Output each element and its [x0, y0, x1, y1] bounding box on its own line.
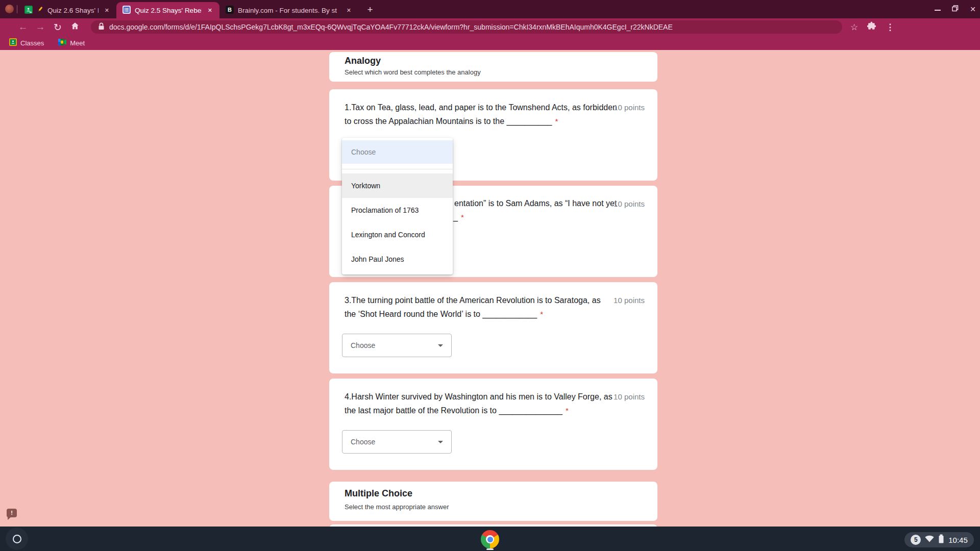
choose-dropdown-q3[interactable]: Choose: [342, 334, 452, 357]
points-label: 10 points: [614, 296, 645, 305]
close-tab-icon[interactable]: ✕: [345, 6, 353, 15]
wifi-icon: [925, 535, 934, 544]
new-tab-button[interactable]: +: [363, 3, 377, 16]
chevron-down-icon: [438, 344, 443, 347]
question-text: to cross the Appalachian Mountains is to…: [345, 114, 558, 128]
chevron-down-icon: [438, 441, 443, 443]
address-bar[interactable]: docs.google.com/forms/d/e/1FAIpQLSchsPGe…: [91, 20, 842, 34]
section-title: Multiple Choice: [345, 488, 412, 499]
window-controls: ✕: [935, 0, 976, 18]
choose-dropdown-q4[interactable]: Choose: [342, 430, 452, 454]
section-subtitle: Select which word best completes the ana…: [345, 68, 481, 76]
dropdown-option[interactable]: Proclamation of 1763: [342, 198, 453, 222]
tab-title: Quiz 2.5 Shays' Rebellion: [135, 7, 202, 14]
feedback-bubble-icon[interactable]: !: [7, 509, 17, 517]
points-label: 10 points: [614, 103, 645, 112]
browser-menu-icon[interactable]: ⋮: [886, 22, 894, 33]
question-text: 4.Harsh Winter survived by Washington an…: [345, 390, 612, 404]
required-asterisk: *: [562, 406, 569, 415]
tab-title: Brainly.com - For students. By st: [238, 7, 340, 14]
restore-icon[interactable]: [952, 5, 959, 14]
bookmark-classes[interactable]: Classes: [9, 38, 44, 47]
forward-icon[interactable]: →: [32, 21, 49, 33]
section-header-multiple-choice: Multiple Choice Select the most appropri…: [329, 482, 657, 521]
open-dropdown-menu: Choose Yorktown Proclamation of 1763 Lex…: [342, 138, 453, 274]
shelf: 5 10:45: [0, 527, 980, 551]
close-tab-icon[interactable]: ✕: [206, 6, 214, 15]
dropdown-option[interactable]: John Paul Jones: [342, 247, 453, 271]
clock: 10:45: [948, 536, 968, 544]
section-title: Analogy: [345, 56, 381, 66]
tab-brainly[interactable]: B Brainly.com - For students. By st ✕: [219, 2, 358, 18]
toolbar-actions: ☆ ⋮: [850, 21, 894, 33]
home-icon[interactable]: [66, 21, 84, 34]
tab-quiz-2-6[interactable]: Quiz 2.6 Shays' Rebellion ✕: [18, 2, 116, 18]
launcher-button[interactable]: [6, 528, 28, 550]
tab-quiz-2-5-active[interactable]: Quiz 2.5 Shays' Rebellion ✕: [116, 2, 219, 18]
bookmark-star-icon[interactable]: ☆: [850, 22, 858, 33]
minimize-icon[interactable]: [935, 10, 941, 11]
bookmark-meet[interactable]: Meet: [58, 39, 85, 47]
question-text: 1.Tax on Tea, glass, lead, and paper is …: [345, 101, 617, 114]
bookmark-label: Classes: [20, 39, 44, 47]
reload-icon[interactable]: ↻: [49, 21, 66, 33]
close-tab-icon[interactable]: ✕: [103, 6, 111, 15]
question-4-card: 4.Harsh Winter survived by Washington an…: [329, 379, 657, 470]
question-text: the last major battle of the Revolution …: [345, 404, 569, 417]
dropdown-option[interactable]: Yorktown: [342, 173, 453, 198]
points-label: 10 points: [614, 392, 645, 401]
browser-toolbar: ← → ↻ docs.google.com/forms/d/e/1FAIpQLS…: [0, 18, 980, 36]
status-tray[interactable]: 5 10:45: [904, 532, 974, 547]
close-window-icon[interactable]: ✕: [970, 5, 976, 13]
extensions-icon[interactable]: [867, 21, 876, 33]
battery-icon: [938, 534, 944, 545]
classroom-icon: [9, 38, 17, 47]
required-asterisk: *: [537, 310, 543, 318]
dropdown-divider: [342, 169, 453, 169]
svg-text:B: B: [228, 7, 232, 13]
tab-strip: Quiz 2.6 Shays' Rebellion ✕ Quiz 2.5 Sha…: [0, 0, 980, 18]
question-text: the ‘Shot Heard round the World’ is to _…: [345, 307, 543, 321]
dropdown-option-choose[interactable]: Choose: [342, 140, 453, 164]
tab-title: Quiz 2.6 Shays' Rebellion: [47, 7, 99, 14]
section-subtitle: Select the most appropriate answer: [345, 503, 449, 511]
question-text-partial: entation” is to Sam Adams, as “I have no…: [454, 199, 617, 208]
dropdown-placeholder: Choose: [351, 341, 438, 349]
dropdown-placeholder: Choose: [351, 438, 438, 446]
screen: Quiz 2.6 Shays' Rebellion ✕ Quiz 2.5 Sha…: [0, 0, 980, 551]
question-3-card: 3.The turning point battle of the Americ…: [329, 282, 657, 373]
active-app-indicator: [486, 548, 494, 550]
url-text[interactable]: docs.google.com/forms/d/e/1FAIpQLSchsPGe…: [109, 23, 673, 31]
dropdown-option[interactable]: Lexington and Concord: [342, 222, 453, 247]
points-label: 10 points: [614, 199, 645, 208]
pencil-icon: [37, 6, 43, 14]
profile-avatar[interactable]: [5, 5, 14, 13]
form-page: Analogy Select which word best completes…: [0, 50, 980, 527]
brainly-favicon-icon: B: [226, 6, 234, 15]
forms-favicon-icon: [122, 6, 131, 15]
notification-count-badge: 5: [911, 535, 921, 545]
question-text: 3.The turning point battle of the Americ…: [345, 293, 601, 307]
meet-icon: [58, 39, 66, 47]
required-asterisk: *: [552, 117, 558, 126]
section-header-analogy: Analogy Select which word best completes…: [329, 52, 657, 82]
lock-icon: [98, 22, 105, 32]
chrome-app-icon[interactable]: [481, 530, 499, 548]
bookmark-label: Meet: [70, 39, 85, 47]
classroom-favicon-icon: [24, 6, 33, 15]
tab-separator: [17, 5, 17, 13]
question-text-partial: _*: [453, 213, 464, 222]
bookmarks-bar: Classes Meet: [0, 36, 980, 50]
launcher-icon: [13, 535, 21, 543]
required-asterisk: *: [458, 213, 464, 221]
back-icon[interactable]: ←: [14, 21, 32, 33]
